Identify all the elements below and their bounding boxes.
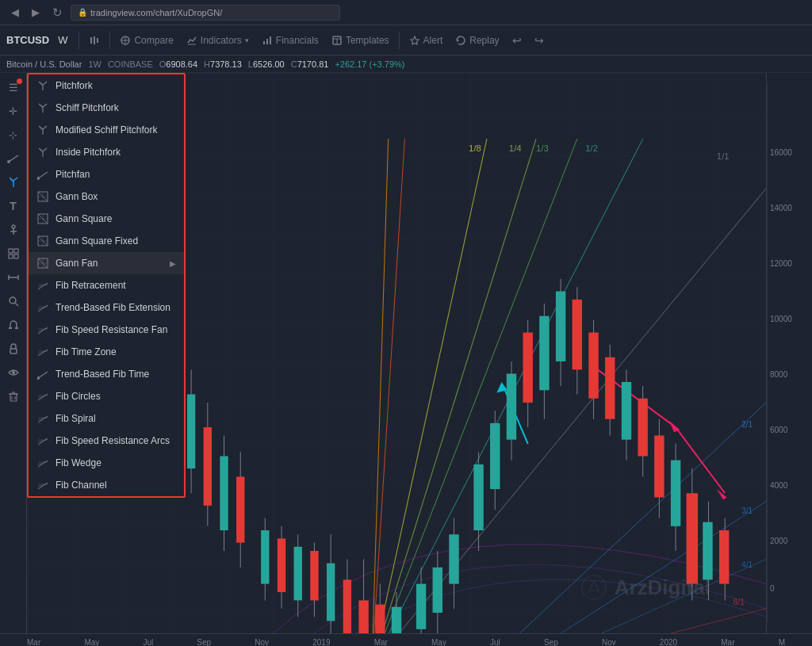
refresh-button[interactable]: ↻ xyxy=(48,2,67,23)
menu-item-fib-channel[interactable]: Fib Channel xyxy=(29,474,184,496)
menu-button[interactable]: ☰ xyxy=(2,76,25,98)
menu-item-fib-wedge[interactable]: Fib Wedge xyxy=(29,452,184,474)
svg-rect-194 xyxy=(638,399,647,457)
menu-item-pitchfork[interactable]: Pitchfork xyxy=(29,75,184,97)
time-labels: MarMayJulSepNov2019MarMayJulSepNov2020Ma… xyxy=(27,638,785,646)
cursor-tool-button[interactable]: ✛ xyxy=(2,100,25,122)
menu-item-label: Inside Pitchfork xyxy=(56,147,121,158)
menu-item-fib-ext[interactable]: Trend-Based Fib Extension xyxy=(29,296,184,319)
fib-fan-icon xyxy=(36,323,49,336)
menu-item-fib-spiral[interactable]: Fib Spiral xyxy=(29,407,184,430)
symbol-label[interactable]: BTCUSD xyxy=(6,34,49,46)
menu-item-gann-box[interactable]: Gann Box xyxy=(29,185,184,208)
svg-text:12000: 12000 xyxy=(770,259,792,268)
tf-label: 1W xyxy=(88,59,102,69)
indicators-label: Indicators xyxy=(201,35,242,46)
menu-item-label: Modified Schiff Pitchfork xyxy=(56,124,158,136)
indicators-icon xyxy=(186,35,197,46)
indicators-button[interactable]: Indicators ▾ xyxy=(181,32,255,49)
financials-button[interactable]: Financials xyxy=(256,32,324,49)
trash-tool-button[interactable] xyxy=(2,385,25,407)
change-label: +262.17 (+3.79%) xyxy=(335,59,404,69)
trash-icon xyxy=(7,390,20,403)
svg-rect-172 xyxy=(449,534,458,583)
compare-icon xyxy=(120,35,131,46)
menu-item-fib-fan[interactable]: Fib Speed Resistance Fan xyxy=(29,319,184,341)
templates-button[interactable]: Templates xyxy=(326,32,395,49)
compare-label: Compare xyxy=(134,35,173,46)
timeframe-button[interactable]: W xyxy=(54,32,71,48)
eye-tool-button[interactable] xyxy=(2,361,25,384)
svg-line-17 xyxy=(13,178,17,181)
undo-button[interactable]: ↩ xyxy=(507,31,527,50)
svg-rect-166 xyxy=(392,607,401,633)
financials-label: Financials xyxy=(276,35,319,46)
time-label: Mar xyxy=(374,638,388,646)
svg-rect-25 xyxy=(14,254,18,258)
svg-rect-148 xyxy=(236,476,244,542)
svg-rect-158 xyxy=(327,564,335,621)
svg-rect-24 xyxy=(9,254,13,258)
svg-line-50 xyxy=(43,126,47,129)
menu-item-trend-fib-time[interactable]: Trend-Based Fib Time xyxy=(29,363,184,385)
text-tool-button[interactable]: T xyxy=(2,195,25,217)
replay-button[interactable]: Replay xyxy=(450,32,504,49)
templates-label: Templates xyxy=(346,35,389,46)
url-bar[interactable]: 🔒 tradingview.com/chart/XuDropGN/ xyxy=(71,5,340,21)
svg-text:1/8: 1/8 xyxy=(469,143,481,153)
menu-item-gann-square-fixed[interactable]: Gann Square Fixed xyxy=(29,230,184,252)
zoom-tool-button[interactable] xyxy=(2,290,25,312)
alert-button[interactable]: Alert xyxy=(404,32,449,49)
forward-button[interactable]: ▶ xyxy=(27,3,44,21)
magnet-tool-button[interactable] xyxy=(2,314,25,336)
menu-item-label: Fib Retracement xyxy=(56,280,126,291)
time-label: Jul xyxy=(143,638,153,646)
menu-item-label: Gann Box xyxy=(56,191,98,202)
anchored-tool-button[interactable] xyxy=(2,219,25,241)
menu-item-label: Fib Speed Resistance Arcs xyxy=(56,435,170,446)
draw-line-button[interactable] xyxy=(2,147,25,170)
menu-item-label: Fib Circles xyxy=(56,391,101,402)
menu-item-gann-fan[interactable]: Gann Fan▶ xyxy=(29,252,184,274)
menu-item-fib-arcs[interactable]: Fib Speed Resistance Arcs xyxy=(29,430,184,452)
redo-button[interactable]: ↪ xyxy=(529,31,550,50)
pitchfork-tool-button[interactable] xyxy=(2,171,25,193)
menu-item-fib-ret[interactable]: Fib Retracement xyxy=(29,274,184,296)
time-label: Sep xyxy=(544,638,558,646)
svg-rect-190 xyxy=(605,357,615,419)
svg-text:4000: 4000 xyxy=(770,481,788,490)
bar-type-button[interactable] xyxy=(83,32,105,49)
price-axis-svg: 16000 14000 12000 10000 8000 6000 4000 2… xyxy=(767,73,812,633)
zoom-icon xyxy=(7,295,20,308)
back-button[interactable]: ◀ xyxy=(6,3,24,21)
pitchfan-icon xyxy=(36,168,49,181)
crosshair-tool-button[interactable]: ⊹ xyxy=(2,124,25,146)
notification-dot xyxy=(17,78,22,84)
replay-icon xyxy=(455,35,466,46)
svg-rect-0 xyxy=(90,37,92,44)
separator xyxy=(399,32,400,49)
menu-item-schiff[interactable]: Schiff Pitchfork xyxy=(29,97,184,119)
svg-line-30 xyxy=(15,303,18,306)
svg-rect-2 xyxy=(97,38,98,43)
fib-spiral-icon xyxy=(36,412,49,425)
price-axis: 16000 14000 12000 10000 8000 6000 4000 2… xyxy=(766,73,812,633)
svg-rect-176 xyxy=(490,423,500,489)
menu-item-pitchfan[interactable]: Pitchfan xyxy=(29,163,184,185)
compare-button[interactable]: Compare xyxy=(114,32,178,49)
menu-item-fib-circles[interactable]: Fib Circles xyxy=(29,385,184,407)
svg-rect-144 xyxy=(204,427,212,506)
svg-rect-164 xyxy=(375,605,385,633)
menu-item-fib-time[interactable]: Fib Time Zone xyxy=(29,341,184,363)
schiff-icon xyxy=(36,101,49,114)
menu-item-inside-pitchfork[interactable]: Inside Pitchfork xyxy=(29,141,184,163)
menu-item-mod-schiff[interactable]: Modified Schiff Pitchfork xyxy=(29,119,184,141)
menu-item-gann-square[interactable]: Gann Square xyxy=(29,208,184,230)
measure-tool-button[interactable] xyxy=(2,266,25,289)
pattern-tool-button[interactable] xyxy=(2,243,25,265)
svg-rect-154 xyxy=(294,547,302,601)
lock-tool-button[interactable] xyxy=(2,338,25,360)
svg-rect-156 xyxy=(310,551,318,600)
time-label: Nov xyxy=(602,638,616,646)
time-label: May xyxy=(431,638,446,646)
